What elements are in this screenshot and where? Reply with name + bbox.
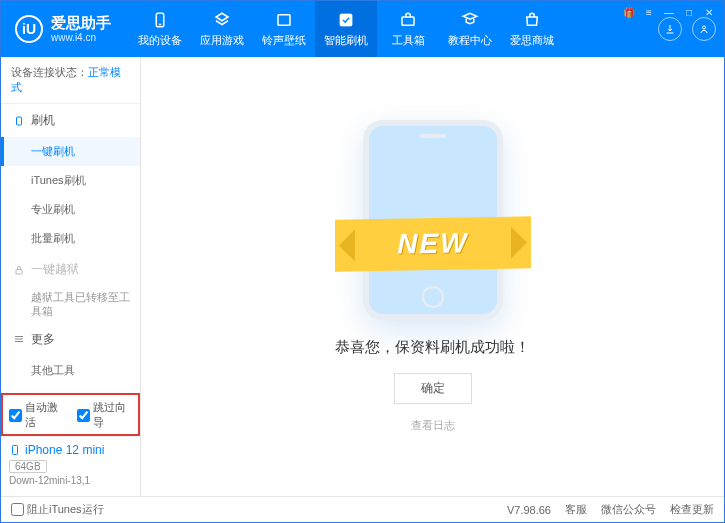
section-jailbreak: 一键越狱 [1, 253, 140, 286]
connection-status: 设备连接状态：正常模式 [1, 57, 140, 104]
auto-activate-checkbox[interactable]: 自动激活 [9, 400, 65, 430]
svg-rect-2 [278, 14, 290, 25]
confirm-button[interactable]: 确定 [394, 373, 472, 404]
brand-title: 爱思助手 [51, 15, 111, 32]
user-button[interactable] [692, 17, 716, 41]
device-sub: Down-12mini-13,1 [9, 475, 132, 486]
customer-service-link[interactable]: 客服 [565, 502, 587, 517]
ribbon-text: NEW [397, 227, 468, 260]
minimize-icon[interactable]: — [662, 5, 676, 19]
nav-store[interactable]: 爱思商城 [501, 1, 563, 57]
nav-tutorials[interactable]: 教程中心 [439, 1, 501, 57]
block-itunes-checkbox[interactable]: 阻止iTunes运行 [11, 502, 104, 517]
nav-label: 教程中心 [448, 33, 492, 48]
phone-illustration: NEW [363, 120, 503, 320]
svg-point-1 [159, 23, 161, 25]
success-message: 恭喜您，保资料刷机成功啦！ [335, 338, 530, 357]
device-icon [9, 444, 21, 456]
toolbox-icon [399, 11, 417, 29]
status-bar: 阻止iTunes运行 V7.98.66 客服 微信公众号 检查更新 [1, 496, 724, 522]
download-icon [664, 23, 676, 35]
nav-label: 工具箱 [392, 33, 425, 48]
section-more[interactable]: 更多 [1, 323, 140, 356]
flash-icon [337, 11, 355, 29]
svg-point-5 [703, 26, 706, 29]
checkbox-zone: 自动激活 跳过向导 [1, 393, 140, 436]
store-icon [523, 11, 541, 29]
section-title: 刷机 [31, 112, 55, 129]
phone-small-icon [13, 115, 25, 127]
nav-my-device[interactable]: 我的设备 [129, 1, 191, 57]
nav-label: 爱思商城 [510, 33, 554, 48]
top-nav: 我的设备 应用游戏 铃声壁纸 智能刷机 工具箱 教程中心 爱思商城 [129, 1, 563, 57]
checkbox-label: 跳过向导 [93, 400, 133, 430]
svg-rect-7 [16, 269, 22, 274]
status-label: 设备连接状态： [11, 66, 88, 78]
device-name: iPhone 12 mini [9, 443, 132, 457]
sidebar: 设备连接状态：正常模式 刷机 一键刷机 iTunes刷机 专业刷机 批量刷机 一… [1, 57, 141, 496]
check-update-link[interactable]: 检查更新 [670, 502, 714, 517]
nav-apps-games[interactable]: 应用游戏 [191, 1, 253, 57]
nav-label: 铃声壁纸 [262, 33, 306, 48]
menu-icon[interactable]: ≡ [642, 5, 656, 19]
sidebar-item-download-firmware[interactable]: 下载固件 [1, 385, 140, 393]
sidebar-item-itunes-flash[interactable]: iTunes刷机 [1, 166, 140, 195]
auto-activate-input[interactable] [9, 409, 22, 422]
svg-rect-6 [17, 117, 22, 125]
more-icon [13, 333, 25, 345]
nav-label: 我的设备 [138, 33, 182, 48]
section-flash[interactable]: 刷机 [1, 104, 140, 137]
brand-logo-icon: iU [15, 15, 43, 43]
section-title: 更多 [31, 331, 55, 348]
version-text: V7.98.66 [507, 504, 551, 516]
user-icon [698, 23, 710, 35]
svg-rect-8 [13, 446, 18, 455]
sidebar-item-pro-flash[interactable]: 专业刷机 [1, 195, 140, 224]
device-name-text: iPhone 12 mini [25, 443, 104, 457]
wechat-link[interactable]: 微信公众号 [601, 502, 656, 517]
skip-guide-input[interactable] [77, 409, 90, 422]
nav-ringtones[interactable]: 铃声壁纸 [253, 1, 315, 57]
sidebar-item-oneclick-flash[interactable]: 一键刷机 [1, 137, 140, 166]
nav-smart-flash[interactable]: 智能刷机 [315, 1, 377, 57]
tutorial-icon [461, 11, 479, 29]
checkbox-label: 自动激活 [25, 400, 65, 430]
svg-rect-3 [340, 14, 352, 26]
main-content: NEW 恭喜您，保资料刷机成功啦！ 确定 查看日志 [141, 57, 724, 496]
wallpaper-icon [275, 11, 293, 29]
section-title: 一键越狱 [31, 261, 79, 278]
device-info[interactable]: iPhone 12 mini 64GB Down-12mini-13,1 [1, 436, 140, 496]
lock-icon [13, 264, 25, 276]
checkbox-label: 阻止iTunes运行 [27, 502, 104, 517]
gift-icon[interactable]: 🎁 [622, 5, 636, 19]
skip-guide-checkbox[interactable]: 跳过向导 [77, 400, 133, 430]
maximize-icon[interactable]: □ [682, 5, 696, 19]
apps-icon [213, 11, 231, 29]
phone-icon [151, 11, 169, 29]
block-itunes-input[interactable] [11, 503, 24, 516]
jailbreak-note: 越狱工具已转移至工具箱 [1, 286, 140, 323]
nav-label: 应用游戏 [200, 33, 244, 48]
brand-subtitle: www.i4.cn [51, 32, 111, 43]
svg-rect-4 [402, 17, 414, 25]
brand: iU 爱思助手 www.i4.cn [15, 15, 111, 43]
titlebar: iU 爱思助手 www.i4.cn 我的设备 应用游戏 铃声壁纸 智能刷机 工具… [1, 1, 724, 57]
sidebar-item-batch-flash[interactable]: 批量刷机 [1, 224, 140, 253]
view-log-link[interactable]: 查看日志 [411, 418, 455, 433]
nav-toolbox[interactable]: 工具箱 [377, 1, 439, 57]
nav-label: 智能刷机 [324, 33, 368, 48]
close-icon[interactable]: ✕ [702, 5, 716, 19]
device-capacity: 64GB [9, 460, 47, 473]
download-button[interactable] [658, 17, 682, 41]
sidebar-item-other-tools[interactable]: 其他工具 [1, 356, 140, 385]
